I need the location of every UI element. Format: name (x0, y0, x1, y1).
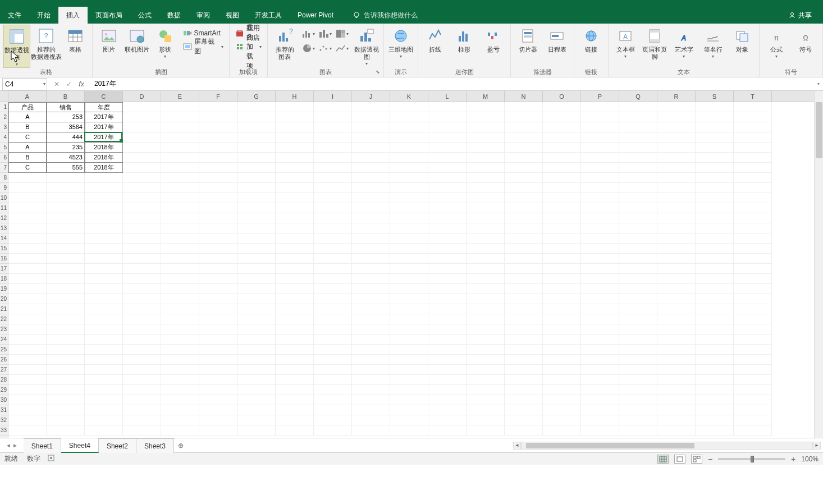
cell[interactable] (428, 395, 467, 405)
cell[interactable] (237, 122, 276, 132)
cell[interactable] (199, 395, 237, 405)
cell[interactable] (161, 385, 199, 395)
cell[interactable] (276, 375, 314, 385)
cell[interactable] (543, 385, 581, 395)
cell[interactable] (85, 223, 123, 233)
cell[interactable]: 4523 (47, 153, 85, 163)
cell[interactable] (237, 244, 276, 254)
formula-input[interactable] (91, 78, 814, 90)
cell[interactable] (657, 112, 696, 122)
cell[interactable] (428, 203, 467, 213)
cell[interactable] (314, 193, 352, 203)
cell[interactable] (47, 405, 85, 415)
cell[interactable] (314, 183, 352, 193)
cell[interactable] (696, 143, 734, 153)
cell[interactable] (734, 112, 772, 122)
cell[interactable] (619, 314, 657, 324)
cell[interactable] (47, 264, 85, 274)
cell[interactable] (85, 385, 123, 395)
cell[interactable] (467, 244, 505, 254)
cell[interactable] (505, 274, 543, 284)
accept-button[interactable]: ✓ (65, 80, 73, 88)
col-header-H[interactable]: H (276, 91, 314, 102)
cell[interactable] (8, 213, 47, 223)
picture-button[interactable]: 图片 (96, 25, 122, 53)
cell[interactable] (657, 335, 696, 345)
cell[interactable] (390, 153, 428, 163)
cell[interactable] (85, 415, 123, 425)
cell[interactable] (314, 274, 352, 284)
cell[interactable] (85, 375, 123, 385)
cell[interactable] (390, 102, 428, 112)
cell[interactable] (47, 314, 85, 324)
cell[interactable] (8, 284, 47, 294)
cell[interactable] (619, 233, 657, 244)
cell[interactable] (505, 203, 543, 213)
cell[interactable] (161, 314, 199, 324)
cell[interactable] (657, 415, 696, 425)
recommended-charts-button[interactable]: ?推荐的 图表 (271, 25, 298, 61)
cell[interactable] (390, 304, 428, 314)
name-box-input[interactable] (5, 79, 39, 90)
cell[interactable] (543, 163, 581, 173)
cell[interactable] (390, 345, 428, 355)
cell[interactable] (47, 335, 85, 345)
cell[interactable] (581, 193, 619, 203)
cell[interactable] (505, 213, 543, 223)
cell[interactable] (581, 405, 619, 415)
cell[interactable] (657, 163, 696, 173)
cell[interactable] (123, 335, 161, 345)
cell[interactable] (161, 415, 199, 425)
cell[interactable]: C (8, 163, 47, 173)
cell[interactable] (276, 314, 314, 324)
cell[interactable] (276, 284, 314, 294)
cell[interactable] (390, 223, 428, 233)
cell[interactable] (352, 274, 390, 284)
cell[interactable] (619, 213, 657, 223)
col-header-B[interactable]: B (47, 91, 85, 102)
cell[interactable] (85, 294, 123, 304)
cell[interactable] (543, 173, 581, 183)
cell[interactable] (161, 173, 199, 183)
cells-area[interactable]: 产品销售年度A2532017年B35642017年C4442017年A23520… (8, 102, 814, 436)
cell[interactable] (47, 425, 85, 436)
cell[interactable] (314, 223, 352, 233)
cell[interactable] (581, 294, 619, 304)
cell[interactable] (199, 102, 237, 112)
cell[interactable] (696, 405, 734, 415)
cell[interactable] (543, 183, 581, 193)
col-header-M[interactable]: M (467, 91, 505, 102)
cell[interactable] (467, 143, 505, 153)
cell[interactable] (734, 254, 772, 264)
cell[interactable] (696, 132, 734, 143)
cell[interactable] (505, 365, 543, 375)
textbox-button[interactable]: A文本框▾ (612, 25, 639, 59)
cell[interactable] (619, 385, 657, 395)
cell[interactable] (161, 153, 199, 163)
hscroll-right[interactable]: ► (813, 442, 821, 450)
cell[interactable] (505, 122, 543, 132)
cell[interactable] (8, 233, 47, 244)
cell[interactable] (8, 223, 47, 233)
col-header-P[interactable]: P (581, 91, 619, 102)
cell[interactable] (467, 294, 505, 304)
cell[interactable] (390, 274, 428, 284)
cell[interactable] (352, 102, 390, 112)
cell[interactable] (237, 132, 276, 143)
cell[interactable] (161, 112, 199, 122)
cell[interactable] (543, 425, 581, 436)
cell[interactable] (390, 244, 428, 254)
cell[interactable] (199, 213, 237, 223)
cell[interactable] (696, 355, 734, 365)
cell[interactable] (505, 102, 543, 112)
cell[interactable] (696, 284, 734, 294)
cell[interactable] (543, 284, 581, 294)
cell[interactable] (505, 223, 543, 233)
cell[interactable] (237, 153, 276, 163)
cell[interactable] (199, 233, 237, 244)
cell[interactable] (199, 304, 237, 314)
cell[interactable] (85, 244, 123, 254)
cell[interactable] (657, 132, 696, 143)
cell[interactable] (199, 375, 237, 385)
cell[interactable] (47, 365, 85, 375)
